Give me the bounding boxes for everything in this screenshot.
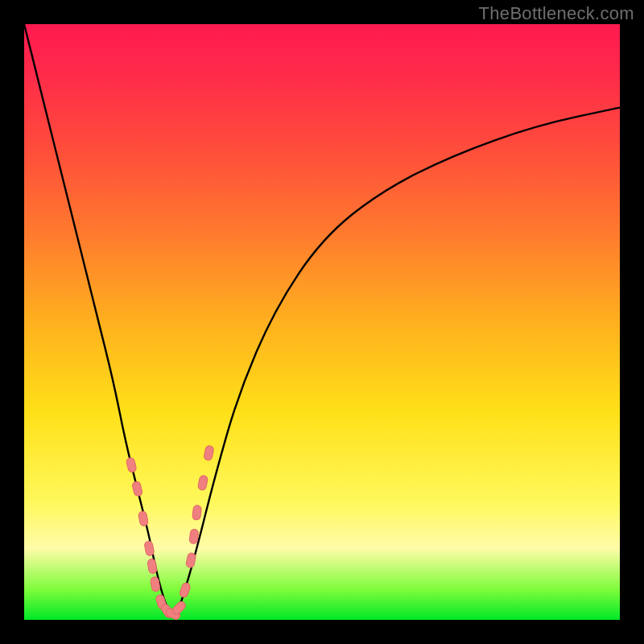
- watermark-text: TheBottleneck.com: [479, 3, 634, 24]
- highlight-marker: [189, 529, 199, 544]
- highlight-marker: [126, 457, 137, 473]
- highlight-marker: [132, 481, 143, 497]
- highlight-marker: [204, 445, 214, 461]
- plot-area: [24, 24, 620, 620]
- highlight-marker: [147, 559, 158, 574]
- highlight-marker: [179, 582, 191, 598]
- chart-frame: TheBottleneck.com: [0, 0, 644, 644]
- curve-path-group: [24, 24, 620, 613]
- bottleneck-curve: [24, 24, 620, 613]
- highlight-marker: [197, 475, 208, 491]
- highlight-marker: [144, 540, 155, 556]
- highlight-marker: [192, 505, 202, 520]
- highlight-marker: [138, 510, 148, 526]
- highlight-marker: [186, 552, 196, 568]
- chart-svg: [24, 24, 620, 620]
